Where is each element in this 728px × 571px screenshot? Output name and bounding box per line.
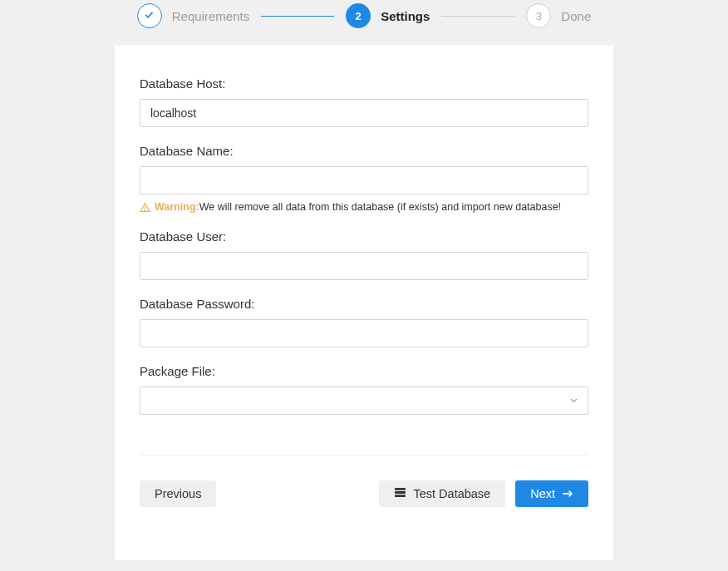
warning-prefix: Warning: [155, 201, 199, 213]
next-label: Next [530, 487, 555, 500]
field-db-user: Database User: [140, 229, 588, 280]
svg-rect-4 [395, 495, 406, 497]
field-package-file: Package File: [140, 364, 588, 415]
label-db-password: Database Password: [140, 297, 588, 311]
label-db-host: Database Host: [140, 76, 588, 91]
warning-text: We will remove all data from this databa… [199, 201, 561, 213]
step-requirements: Requirements [137, 3, 249, 28]
label-db-user: Database User: [140, 229, 588, 244]
label-db-name: Database Name: [140, 144, 588, 158]
step-label-requirements: Requirements [172, 9, 249, 23]
label-package-file: Package File: [140, 364, 588, 378]
test-db-label: Test Database [413, 487, 490, 500]
previous-label: Previous [155, 487, 201, 500]
check-icon [144, 9, 155, 22]
footer-actions: Previous Test Database Next [140, 480, 588, 507]
settings-card: Database Host: Database Name: Warning:We… [115, 45, 613, 560]
step-connector [261, 16, 334, 17]
svg-rect-2 [395, 488, 406, 490]
select-package-file[interactable] [140, 386, 588, 415]
arrow-right-icon [562, 487, 573, 500]
warning-db-name: Warning:We will remove all data from thi… [140, 201, 588, 213]
warning-icon [140, 202, 150, 213]
stepper: Requirements 2 Settings 3 Done [0, 0, 728, 45]
step-label-done: Done [561, 9, 591, 23]
field-db-name: Database Name: Warning:We will remove al… [140, 144, 588, 213]
step-circle-pending: 3 [526, 3, 551, 28]
step-connector [441, 16, 514, 17]
step-circle-current: 2 [346, 3, 371, 28]
database-icon [394, 487, 406, 500]
step-done: 3 Done [526, 3, 591, 28]
input-db-password[interactable] [140, 319, 588, 347]
step-settings: 2 Settings [346, 3, 430, 28]
svg-point-1 [145, 209, 145, 210]
input-db-host[interactable] [140, 99, 588, 127]
step-circle-completed [137, 3, 162, 28]
step-label-settings: Settings [381, 9, 430, 23]
field-db-password: Database Password: [140, 297, 588, 347]
previous-button[interactable]: Previous [140, 480, 216, 507]
input-db-user[interactable] [140, 252, 588, 280]
divider [140, 455, 588, 455]
svg-rect-3 [395, 491, 406, 494]
test-database-button[interactable]: Test Database [379, 480, 505, 507]
next-button[interactable]: Next [515, 480, 588, 507]
field-db-host: Database Host: [140, 76, 588, 127]
input-db-name[interactable] [140, 166, 588, 194]
